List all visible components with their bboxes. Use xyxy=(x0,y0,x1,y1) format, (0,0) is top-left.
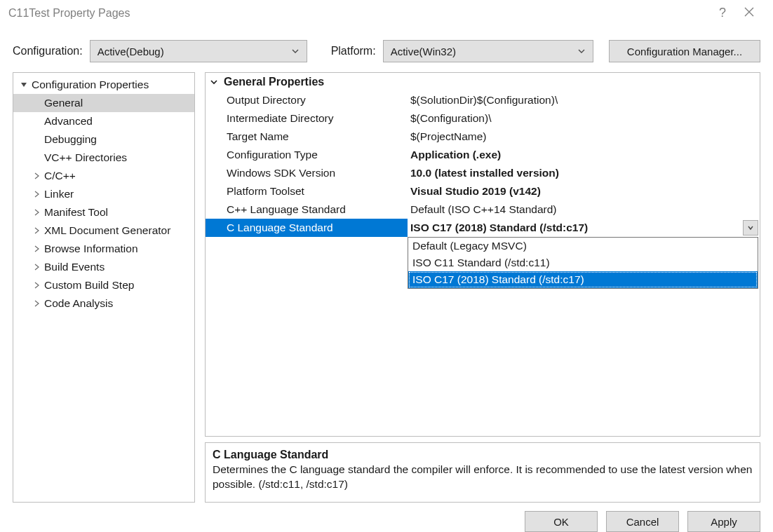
dropdown-option[interactable]: ISO C11 Standard (/std:c11) xyxy=(408,254,758,271)
configuration-toolbar: Configuration: Active(Debug) Platform: A… xyxy=(0,26,773,72)
tree-item[interactable]: Browse Information xyxy=(13,240,194,258)
title-bar: C11Test Property Pages ? xyxy=(0,0,773,26)
tree-item-label: Build Events xyxy=(43,261,105,273)
property-value[interactable]: Default (ISO C++14 Standard) xyxy=(408,203,760,216)
ok-button[interactable]: OK xyxy=(525,511,598,532)
triangle-down-icon xyxy=(18,81,30,88)
close-icon[interactable] xyxy=(734,7,765,20)
property-value[interactable]: $(SolutionDir)$(Configuration)\ xyxy=(408,94,760,107)
tree-item-label: Browse Information xyxy=(43,243,138,255)
property-grid[interactable]: General Properties Output Directory$(Sol… xyxy=(205,72,760,437)
tree-item[interactable]: Linker xyxy=(13,185,194,203)
property-name: C++ Language Standard xyxy=(206,203,408,216)
configuration-value: Active(Debug) xyxy=(98,46,164,57)
apply-button[interactable]: Apply xyxy=(687,511,760,532)
property-row[interactable]: Intermediate Directory$(Configuration)\ xyxy=(206,109,760,128)
triangle-right-icon xyxy=(30,282,43,289)
triangle-right-icon xyxy=(30,209,43,216)
tree-item[interactable]: Manifest Tool xyxy=(13,203,194,221)
property-value[interactable]: Application (.exe) xyxy=(408,149,760,161)
triangle-right-icon xyxy=(30,227,43,234)
chevron-down-icon xyxy=(210,76,218,88)
property-value[interactable]: $(Configuration)\ xyxy=(408,112,760,125)
property-name: Intermediate Directory xyxy=(206,112,408,125)
property-name: Target Name xyxy=(206,130,408,143)
tree-item[interactable]: General xyxy=(13,94,194,112)
tree-item[interactable]: Advanced xyxy=(13,112,194,130)
tree-root[interactable]: Configuration Properties xyxy=(13,76,194,94)
cancel-button[interactable]: Cancel xyxy=(606,511,679,532)
description-text: Determines the C language standard the c… xyxy=(213,463,753,492)
tree-item[interactable]: Build Events xyxy=(13,258,194,276)
dropdown-option[interactable]: ISO C17 (2018) Standard (/std:c17) xyxy=(408,271,758,288)
platform-value: Active(Win32) xyxy=(391,46,456,57)
configuration-label: Configuration: xyxy=(13,45,83,57)
triangle-right-icon xyxy=(30,245,43,252)
window-title: C11Test Property Pages xyxy=(8,7,711,20)
tree-item-label: General xyxy=(43,97,83,109)
triangle-right-icon xyxy=(30,191,43,198)
category-tree[interactable]: Configuration Properties GeneralAdvanced… xyxy=(13,72,195,503)
tree-item[interactable]: Code Analysis xyxy=(13,294,194,313)
tree-item-label: Manifest Tool xyxy=(43,206,108,219)
property-name: Output Directory xyxy=(206,94,408,107)
property-row[interactable]: Target Name$(ProjectName) xyxy=(206,128,760,146)
description-title: C Language Standard xyxy=(213,449,753,461)
tree-item[interactable]: VC++ Directories xyxy=(13,149,194,167)
property-description-panel: C Language Standard Determines the C lan… xyxy=(205,442,760,503)
tree-item-label: Debugging xyxy=(43,133,97,146)
triangle-right-icon xyxy=(30,172,43,179)
property-row[interactable]: Platform ToolsetVisual Studio 2019 (v142… xyxy=(206,182,760,200)
property-row[interactable]: Configuration TypeApplication (.exe) xyxy=(206,146,760,164)
property-value[interactable]: $(ProjectName) xyxy=(408,130,760,143)
help-icon[interactable]: ? xyxy=(711,6,734,20)
property-value[interactable]: ISO C17 (2018) Standard (/std:c17) xyxy=(408,221,743,234)
property-row[interactable]: Windows SDK Version10.0 (latest installe… xyxy=(206,164,760,182)
property-section-title: General Properties xyxy=(224,76,324,88)
tree-item-label: Linker xyxy=(43,188,74,200)
tree-item[interactable]: C/C++ xyxy=(13,167,194,185)
tree-item-label: Custom Build Step xyxy=(43,279,134,292)
tree-item[interactable]: XML Document Generator xyxy=(13,221,194,240)
tree-root-label: Configuration Properties xyxy=(30,79,149,91)
platform-label: Platform: xyxy=(331,45,376,57)
chevron-down-icon xyxy=(291,46,300,57)
dropdown-option[interactable]: Default (Legacy MSVC) xyxy=(408,238,758,254)
chevron-down-icon xyxy=(577,46,586,57)
platform-dropdown[interactable]: Active(Win32) xyxy=(383,40,593,62)
tree-item[interactable]: Custom Build Step xyxy=(13,276,194,294)
property-section-header[interactable]: General Properties xyxy=(206,73,760,91)
triangle-right-icon xyxy=(30,300,43,307)
tree-item-label: Code Analysis xyxy=(43,297,113,310)
tree-item-label: Advanced xyxy=(43,115,93,128)
tree-item-label: C/C++ xyxy=(43,170,76,182)
property-value[interactable]: 10.0 (latest installed version) xyxy=(408,167,760,179)
property-row[interactable]: C++ Language StandardDefault (ISO C++14 … xyxy=(206,200,760,219)
dropdown-toggle-button[interactable] xyxy=(743,220,758,236)
configuration-manager-button[interactable]: Configuration Manager... xyxy=(609,40,760,62)
c-language-standard-dropdown-list[interactable]: Default (Legacy MSVC)ISO C11 Standard (/… xyxy=(408,237,758,289)
tree-item[interactable]: Debugging xyxy=(13,130,194,149)
property-name: C Language Standard xyxy=(206,221,408,234)
configuration-dropdown[interactable]: Active(Debug) xyxy=(90,40,307,62)
property-row[interactable]: C Language StandardISO C17 (2018) Standa… xyxy=(206,219,760,237)
triangle-right-icon xyxy=(30,264,43,271)
property-name: Windows SDK Version xyxy=(206,167,408,179)
tree-item-label: XML Document Generator xyxy=(43,224,170,237)
property-row[interactable]: Output Directory$(SolutionDir)$(Configur… xyxy=(206,91,760,109)
property-name: Configuration Type xyxy=(206,149,408,161)
dialog-footer: OK Cancel Apply xyxy=(0,503,773,532)
tree-item-label: VC++ Directories xyxy=(43,151,127,164)
property-value[interactable]: Visual Studio 2019 (v142) xyxy=(408,185,760,198)
property-name: Platform Toolset xyxy=(206,185,408,198)
